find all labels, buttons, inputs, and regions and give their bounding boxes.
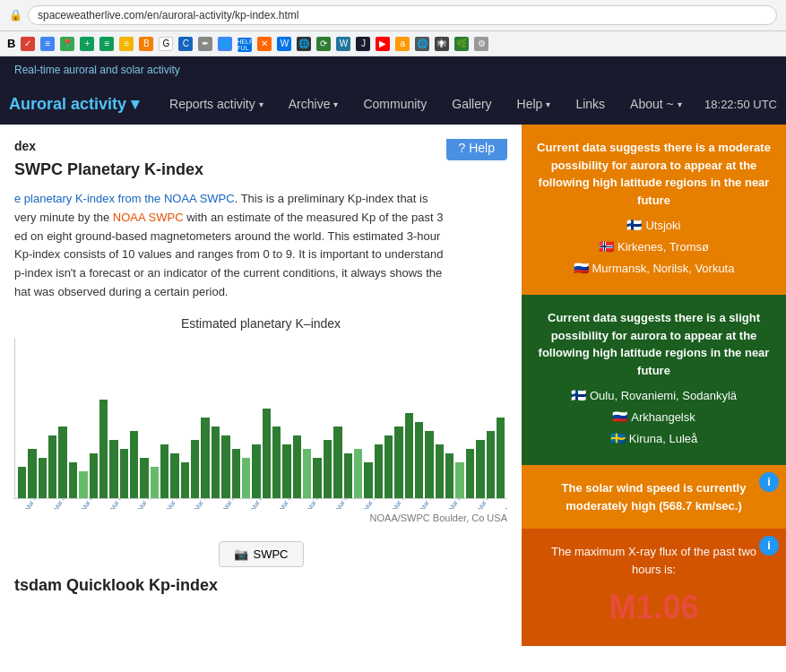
chart-bar: [252, 444, 260, 498]
chart-bar: [344, 453, 352, 498]
chart-bar: [48, 435, 56, 498]
bookmark-globe2[interactable]: 🌐: [297, 37, 311, 51]
bookmark-globe[interactable]: 🌐: [218, 37, 232, 51]
help-button[interactable]: ? Help: [446, 139, 507, 160]
nav-item-help[interactable]: Help ▾: [505, 83, 564, 125]
description: e planetary K-index from the NOAA SWPC. …: [14, 190, 507, 302]
chart-bar: [436, 444, 444, 498]
info-badge-1[interactable]: i: [759, 472, 779, 492]
x-axis-labels: 3 Mar 00h3 Mar 03h3 Mar 06h3 Mar 09h3 Ma…: [14, 499, 507, 509]
chart-bar: [130, 431, 138, 498]
nav-items: Reports activity ▾ Archive ▾ Community G…: [157, 83, 704, 125]
bookmark-green[interactable]: +: [80, 37, 94, 51]
page-title: SWPC Planetary K-index: [14, 160, 507, 179]
navbar: Auroral activity ▾ Reports activity ▾ Ar…: [0, 83, 786, 125]
navbar-brand[interactable]: Auroral activity ▾: [9, 94, 139, 114]
left-content: ? Help dex SWPC Planetary K-index e plan…: [0, 125, 522, 646]
bookmark-x[interactable]: ✕: [257, 37, 272, 51]
swpc-button[interactable]: 📷 SWPC: [219, 541, 304, 567]
chart-bar: [170, 453, 178, 498]
nav-item-links[interactable]: Links: [563, 83, 618, 125]
chart-bar: [99, 400, 108, 498]
reports-arrow: ▾: [259, 99, 263, 109]
chart-bar: [466, 449, 474, 498]
x-axis-label: 4 Mar 21h: [445, 499, 465, 509]
card1-title: Current data suggests there is a moderat…: [536, 139, 772, 209]
bookmark-google[interactable]: G: [159, 37, 173, 51]
chart-bar: [181, 462, 189, 498]
bookmark-j[interactable]: J: [356, 37, 370, 51]
chart-bar: [221, 435, 229, 498]
bookmark-blogger[interactable]: B: [139, 37, 153, 51]
bookmark-globe3[interactable]: 🌐: [415, 37, 429, 51]
url-bar[interactable]: spaceweatherlive.com/en/auroral-activity…: [28, 5, 777, 25]
chart-title: Estimated planetary K–index: [14, 316, 507, 331]
chart-bar: [18, 467, 26, 498]
card2-title: Current data suggests there is a slight …: [536, 309, 772, 379]
bookmark-b[interactable]: B: [7, 37, 15, 50]
flag-sweden: 🇸🇪: [610, 429, 626, 448]
bookmark-sheets[interactable]: ≡: [99, 37, 114, 51]
chart-bar: [405, 413, 413, 498]
main-layout: ? Help dex SWPC Planetary K-index e plan…: [0, 125, 786, 646]
x-axis-label: 3 Mar 18h: [191, 499, 211, 509]
bookmark-w[interactable]: W: [277, 37, 291, 51]
sidebar-card-moderate: Current data suggests there is a moderat…: [522, 125, 786, 295]
chart-bar: [384, 435, 393, 498]
chart-bar: [354, 449, 362, 498]
nav-item-reports[interactable]: Reports activity ▾: [157, 83, 276, 125]
chart-bar: [58, 426, 66, 498]
card2-locations: 🇫🇮 Oulu, Rovaniemi, Sodankylä 🇷🇺 Arkhang…: [536, 386, 772, 448]
info-badge-2[interactable]: i: [759, 536, 779, 556]
bookmark-slides[interactable]: ≡: [119, 37, 134, 51]
bookmark-spinner[interactable]: ⟳: [316, 37, 331, 51]
bookmark-settings[interactable]: ⚙: [474, 37, 488, 51]
help-arrow: ▾: [546, 99, 550, 109]
chart-bar: [201, 418, 209, 498]
bookmark-calligraphy[interactable]: ✒: [198, 37, 212, 51]
flag-finland-1: 🇫🇮: [626, 216, 642, 235]
flag-finland-2: 🇫🇮: [571, 386, 586, 405]
nav-item-gallery[interactable]: Gallery: [439, 83, 504, 125]
x-axis-label: 3 Mar 00h: [22, 499, 41, 509]
chart-bar: [293, 435, 301, 498]
bookmark-docs[interactable]: ≡: [40, 37, 55, 51]
camera-icon: 📷: [234, 547, 248, 561]
bookmark-youtube[interactable]: ▶: [376, 37, 390, 51]
bookmark-maps[interactable]: 📍: [60, 37, 74, 51]
chart-bar: [282, 444, 290, 498]
x-axis-label: 4 Mar 03h: [276, 499, 296, 509]
chart-bar: [263, 409, 271, 498]
chart-bar: [303, 449, 311, 498]
bookmark-todoist[interactable]: ✓: [21, 37, 35, 51]
sidebar-card-solar-wind: i The solar wind speed is currently mode…: [522, 465, 786, 529]
chart-bar: [212, 426, 220, 498]
card1-location-1: 🇫🇮 Utsjoki: [536, 216, 772, 235]
bookmark-helpful[interactable]: HELP FUL: [238, 35, 252, 52]
card1-locations: 🇫🇮 Utsjoki 🇳🇴 Kirkenes, Tromsø 🇷🇺 Murman…: [536, 216, 772, 278]
chart-bar: [28, 449, 36, 498]
section-title2: tsdam Quicklook Kp-index: [14, 576, 507, 595]
bookmark-c[interactable]: C: [178, 37, 193, 51]
nav-item-community[interactable]: Community: [350, 83, 439, 125]
hero-banner: Real-time auroral and solar activity: [0, 56, 786, 83]
chart-bar: [242, 458, 250, 498]
nav-item-archive[interactable]: Archive ▾: [276, 83, 351, 125]
bookmark-spider[interactable]: 🕷: [435, 37, 449, 51]
xray-value: M1.06: [536, 583, 772, 632]
card2-location-1: 🇫🇮 Oulu, Rovaniemi, Sodankylä: [536, 386, 772, 405]
flag-russia-1: 🇷🇺: [574, 259, 589, 278]
chart-bar: [140, 458, 148, 498]
noaa-credit: NOAA/SWPC Boulder, Co USA: [14, 513, 507, 523]
right-sidebar: Current data suggests there is a moderat…: [522, 125, 786, 646]
chart-bar: [191, 440, 199, 498]
chart-bar: [324, 440, 332, 498]
bookmark-wp[interactable]: W: [336, 37, 350, 51]
nav-item-about[interactable]: About ~ ▾: [618, 83, 695, 125]
bookmark-leaf[interactable]: 🌿: [454, 37, 469, 51]
chart-bar: [445, 453, 453, 498]
x-axis-label: 4 Mar 00h: [247, 499, 267, 509]
bookmark-a[interactable]: a: [395, 37, 410, 51]
brand-arrow: ▾: [131, 95, 139, 113]
chart-bar: [69, 462, 77, 498]
